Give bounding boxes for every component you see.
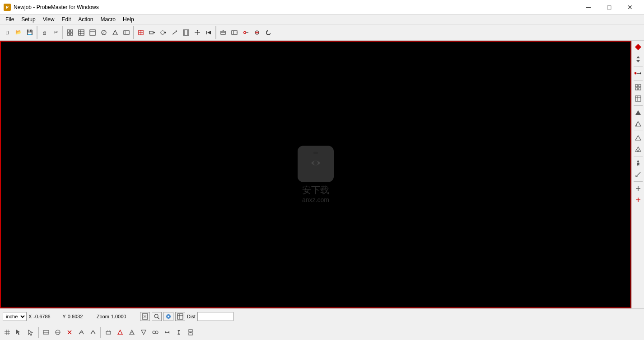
titlebar-controls: ─ □ ✕ bbox=[578, 0, 640, 14]
tb-b3-button[interactable] bbox=[158, 27, 169, 38]
rsb-diamond-button[interactable] bbox=[633, 42, 644, 52]
tb-open-button[interactable]: 📂 bbox=[13, 27, 24, 38]
rsb-tri4-button[interactable] bbox=[633, 144, 644, 155]
bt-grid-button[interactable] bbox=[2, 327, 13, 338]
rsb-measure-button[interactable] bbox=[633, 169, 644, 180]
bt-b4-button[interactable] bbox=[76, 327, 87, 338]
rsb-tri1-button[interactable] bbox=[633, 107, 644, 118]
rsb-sep-5 bbox=[634, 156, 643, 156]
svg-line-64 bbox=[636, 122, 637, 126]
svg-rect-37 bbox=[232, 31, 237, 34]
bt-b2-button[interactable] bbox=[52, 327, 63, 338]
svg-point-79 bbox=[154, 314, 158, 318]
rsb-grid2-button[interactable] bbox=[633, 93, 644, 104]
rsb-tri3-button[interactable] bbox=[633, 132, 644, 143]
svg-marker-20 bbox=[154, 32, 155, 33]
bt-b9-button[interactable] bbox=[138, 327, 149, 338]
zoom-fit-button[interactable] bbox=[140, 312, 150, 321]
svg-rect-4 bbox=[79, 30, 84, 35]
y-label: Y bbox=[62, 314, 65, 319]
bt-arrow-button[interactable] bbox=[14, 327, 24, 338]
tb-b6-button[interactable] bbox=[192, 27, 203, 38]
y-value: 0.6032 bbox=[68, 314, 95, 319]
menu-file[interactable]: File bbox=[2, 15, 18, 24]
svg-marker-54 bbox=[640, 72, 641, 75]
rsb-arrow-dot-button[interactable] bbox=[633, 68, 644, 79]
bt-b11-button[interactable] bbox=[162, 327, 173, 338]
tb-b2-button[interactable] bbox=[147, 27, 158, 38]
rsb-sep-1 bbox=[634, 66, 643, 66]
dist-field[interactable] bbox=[197, 312, 233, 321]
tb-col4-button[interactable] bbox=[121, 27, 132, 38]
tb-b1-button[interactable] bbox=[135, 27, 146, 38]
tb-print-button[interactable]: 🖨 bbox=[39, 27, 50, 38]
svg-marker-36 bbox=[222, 30, 224, 31]
bt-cursor-button[interactable] bbox=[25, 327, 36, 338]
zoom-color-button[interactable] bbox=[163, 312, 173, 321]
rsb-tri2-button[interactable] bbox=[633, 118, 644, 129]
tb-cut-button[interactable]: ✂ bbox=[50, 27, 61, 38]
tb-grid-button[interactable] bbox=[65, 27, 75, 38]
tb-new-button[interactable]: 🗋 bbox=[2, 27, 13, 38]
bt-b6-button[interactable] bbox=[103, 327, 114, 338]
bt-b12-button[interactable] bbox=[173, 327, 184, 338]
rsb-updown-button[interactable] bbox=[633, 54, 644, 65]
svg-marker-114 bbox=[168, 331, 169, 334]
svg-marker-91 bbox=[28, 330, 33, 335]
bt-b10-button[interactable] bbox=[150, 327, 161, 338]
svg-marker-50 bbox=[636, 56, 640, 58]
bt-b13-button[interactable] bbox=[185, 327, 196, 338]
svg-line-101 bbox=[91, 331, 93, 334]
svg-rect-55 bbox=[635, 85, 638, 87]
svg-rect-1 bbox=[70, 30, 73, 32]
rsb-grid1-button[interactable] bbox=[633, 82, 644, 93]
rsb-plus1-button[interactable] bbox=[633, 183, 644, 194]
menu-edit[interactable]: Edit bbox=[58, 15, 75, 24]
menu-help[interactable]: Help bbox=[119, 15, 138, 24]
zoom-search-button[interactable] bbox=[152, 312, 162, 321]
unit-select[interactable]: inche mm bbox=[3, 312, 27, 321]
bt-b8-button[interactable] bbox=[126, 327, 137, 338]
svg-rect-56 bbox=[639, 85, 641, 87]
tb-b10-button[interactable] bbox=[252, 27, 262, 38]
bt-b7-button[interactable] bbox=[115, 327, 126, 338]
svg-rect-119 bbox=[189, 333, 192, 335]
bt-b5-button[interactable] bbox=[88, 327, 98, 338]
svg-point-110 bbox=[153, 331, 155, 334]
menu-macro[interactable]: Macro bbox=[97, 15, 119, 24]
menu-setup[interactable]: Setup bbox=[18, 15, 39, 24]
menu-view[interactable]: View bbox=[39, 15, 58, 24]
svg-marker-116 bbox=[177, 330, 180, 332]
svg-rect-57 bbox=[635, 88, 638, 90]
tb-undo-button[interactable] bbox=[263, 27, 274, 38]
bt-b3-button[interactable] bbox=[64, 327, 75, 338]
bt-b1-button[interactable] bbox=[41, 327, 51, 338]
rsb-plus2-button[interactable] bbox=[633, 194, 644, 205]
zoom-reset-button[interactable] bbox=[175, 312, 185, 321]
tb-b5-button[interactable] bbox=[181, 27, 191, 38]
minimize-button[interactable]: ─ bbox=[578, 0, 599, 14]
menu-action[interactable]: Action bbox=[75, 15, 97, 24]
tb-b9-button[interactable] bbox=[240, 27, 251, 38]
svg-point-111 bbox=[155, 331, 158, 334]
close-button[interactable]: ✕ bbox=[620, 0, 640, 14]
maximize-button[interactable]: □ bbox=[599, 0, 620, 14]
tb-skip-start-button[interactable] bbox=[203, 27, 214, 38]
svg-rect-48 bbox=[311, 152, 320, 158]
app-icon: P bbox=[4, 4, 11, 11]
tb-col3-button[interactable] bbox=[110, 27, 121, 38]
tb-b4-button[interactable] bbox=[169, 27, 180, 38]
toolbar: 🗋 📂 💾 🖨 ✂ bbox=[0, 24, 644, 41]
tb-table-button[interactable] bbox=[76, 27, 87, 38]
zoom-label: Zoom bbox=[97, 314, 109, 319]
tb-col1-button[interactable] bbox=[87, 27, 98, 38]
tb-b8-button[interactable] bbox=[229, 27, 240, 38]
svg-point-52 bbox=[635, 72, 637, 75]
svg-rect-49 bbox=[313, 151, 318, 154]
tb-b7-button[interactable] bbox=[218, 27, 229, 38]
svg-marker-31 bbox=[196, 30, 198, 31]
tb-save-button[interactable]: 💾 bbox=[24, 27, 35, 38]
rsb-person-button[interactable] bbox=[633, 158, 644, 169]
canvas-area[interactable]: 安下载 anxz.com bbox=[0, 41, 631, 308]
tb-col2-button[interactable] bbox=[98, 27, 109, 38]
